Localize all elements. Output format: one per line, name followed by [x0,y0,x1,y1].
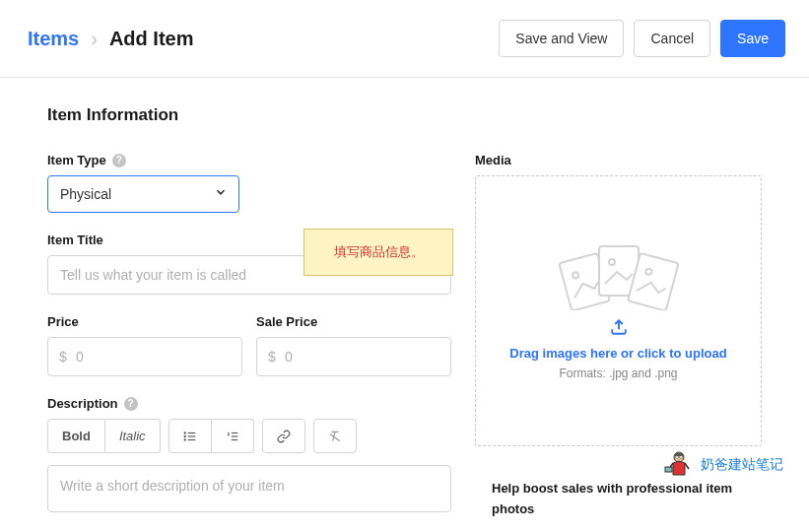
description-label: Description [47,396,118,411]
watermark: 奶爸建站笔记 [663,449,783,481]
save-button[interactable]: Save [720,20,785,57]
bullet-list-icon [183,430,197,443]
bold-button[interactable]: Bold [47,419,105,453]
breadcrumb: Items › Add Item [28,28,193,50]
media-drop-text: Drag images here or click to upload [509,346,726,361]
sale-price-label: Sale Price [256,314,317,329]
cancel-button[interactable]: Cancel [634,20,710,57]
price-label: Price [47,314,79,329]
price-input[interactable] [47,337,242,376]
clear-format-icon [328,430,342,443]
media-label: Media [475,153,511,167]
bullet-list-button[interactable] [169,419,212,453]
link-icon [277,430,291,443]
media-dropzone[interactable]: Drag images here or click to upload Form… [475,175,762,446]
currency-symbol: $ [268,349,276,365]
description-textarea[interactable] [47,465,451,512]
watermark-icon [663,449,695,481]
svg-point-5 [184,438,185,439]
item-type-label: Item Type [47,153,106,167]
price-field: Price $ [47,314,242,376]
italic-button[interactable]: Italic [105,419,161,453]
help-icon[interactable]: ? [112,154,126,167]
item-title-label: Item Title [47,233,103,247]
svg-point-3 [184,432,185,432]
currency-symbol: $ [59,349,67,365]
numbered-list-button[interactable] [212,419,254,453]
photos-placeholder-icon [555,241,683,310]
breadcrumb-current: Add Item [109,28,194,50]
description-field: Description ? Bold Italic [47,396,451,516]
item-type-select[interactable]: Physical [47,175,239,213]
sale-price-input[interactable] [256,337,451,376]
item-type-field: Item Type ? Physical [47,153,451,213]
svg-point-4 [184,435,185,436]
breadcrumb-items-link[interactable]: Items [28,28,79,50]
clear-format-button[interactable] [313,419,357,453]
editor-toolbar: Bold Italic [47,419,451,453]
link-button[interactable] [262,419,305,453]
section-title: Item Information [47,105,762,125]
upload-icon [610,318,628,336]
media-formats-text: Formats: .jpg and .png [559,366,677,380]
svg-point-18 [676,456,679,459]
item-title-field: 填写商品信息。 Item Title [47,233,451,295]
header-actions: Save and View Cancel Save [499,20,785,57]
numbered-list-icon [226,430,239,443]
page-header: Items › Add Item Save and View Cancel Sa… [0,0,809,78]
help-icon[interactable]: ? [124,397,138,411]
svg-rect-20 [665,467,672,472]
annotation-note: 填写商品信息。 [303,229,453,276]
watermark-text: 奶爸建站笔记 [701,456,783,474]
svg-point-19 [680,456,683,459]
save-and-view-button[interactable]: Save and View [499,20,624,57]
breadcrumb-separator: › [91,28,98,50]
sale-price-field: Sale Price $ [256,314,451,376]
